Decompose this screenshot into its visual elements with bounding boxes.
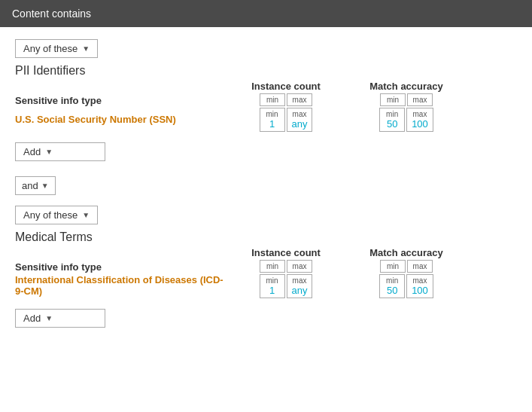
section1-row0-link[interactable]: U.S. Social Security Number (SSN) [15,114,176,125]
section2-row0-instance-boxes: min 1 max any [260,274,313,298]
section2-row0-accuracy-min-value: 50 [387,285,397,296]
section1-accuracy-header-boxes: min max [346,93,467,106]
section2-row0-link[interactable]: International Classification of Diseases… [15,274,223,297]
section1-instance-max-header-label: max [292,96,307,104]
section2-table-header: Sensitive info type Instance count min m… [15,247,517,273]
and-label: and [22,180,38,191]
content-contains-header: Content contains [0,0,532,27]
section2-add-dropdown[interactable]: Add ▼ [15,309,105,328]
section1-row0-accuracy-boxes: min 50 max 100 [379,108,433,132]
section1-add-arrow: ▼ [45,148,53,156]
section1-row0-instance: min 1 max any [226,106,346,132]
and-arrow: ▼ [41,182,49,190]
section1-accuracy-label: Match accuracy [346,81,467,92]
section2-row0-accuracy-min-label: min [385,276,400,285]
section2-instance-min-header-label: min [265,262,280,270]
section1-row0-sensitive: U.S. Social Security Number (SSN) [15,114,226,125]
section2-row0-instance-min-box[interactable]: min 1 [260,274,285,298]
and-operator-button[interactable]: and ▼ [15,176,56,195]
section1-instance-min-header-box: min [260,93,285,106]
section1-row-0: U.S. Social Security Number (SSN) min 1 … [15,106,517,132]
section1-row0-accuracy-max-label: max [412,110,428,118]
section2-any-of-label: Any of these [23,209,78,221]
section2-accuracy-header-boxes: min max [346,260,467,273]
section1-instance-col-header: Instance count min max [226,81,346,106]
section1-accuracy-max-header-box: max [407,93,433,106]
section1-row0-accuracy-max-value: 100 [412,118,428,130]
section2-title: Medical Terms [15,230,517,244]
section2-add-label: Add [23,313,41,324]
section2-accuracy-max-header-box: max [407,260,433,273]
section2-row0-accuracy: min 50 max 100 [346,273,467,298]
section1-accuracy-min-header-label: min [385,96,400,104]
section2-sensitive-label: Sensitive info type [15,261,102,273]
section1-sensitive-label: Sensitive info type [15,95,102,106]
section2-accuracy-col-header: Match accuracy min max [346,247,467,273]
section2-accuracy-min-header-box: min [380,260,406,273]
section1-sensitive-col-header: Sensitive info type [15,95,226,106]
section1-row0-instance-max-label: max [292,110,308,118]
section1-any-of-arrow: ▼ [82,44,90,53]
section2-accuracy-max-header-label: max [412,262,427,270]
section2-instance-min-header-box: min [260,260,285,273]
section2-add-arrow: ▼ [45,314,53,322]
section1-accuracy-col-header: Match accuracy min max [346,81,467,106]
section1-row0-accuracy-min-value: 50 [387,118,397,130]
section2-sensitive-col-header: Sensitive info type [15,261,226,273]
section1-title: PII Identifiers [15,64,517,78]
section1-add-label: Add [23,146,41,157]
section1-row0-instance-min-box[interactable]: min 1 [260,108,285,132]
section2-row-0: International Classification of Diseases… [15,273,517,298]
section2-instance-col-header: Instance count min max [226,247,346,273]
section2-instance-max-header-label: max [292,262,307,270]
section1-row0-instance-max-value: any [292,118,308,130]
section2-row0-accuracy-max-box[interactable]: max 100 [406,274,433,298]
section2-row0-instance-max-value: any [292,285,308,296]
section1-row0-accuracy-min-box[interactable]: min 50 [379,108,405,132]
section2-accuracy-label: Match accuracy [346,247,467,258]
section1-table-header: Sensitive info type Instance count min m… [15,81,517,106]
section2-row0-instance-max-box[interactable]: max any [287,274,313,298]
section2-row0-instance-max-label: max [292,276,308,285]
section1-row0-accuracy: min 50 max 100 [346,106,467,132]
section1-instance-max-header-box: max [287,93,312,106]
section2-instance-header-boxes: min max [226,260,346,273]
section2-block: Any of these ▼ Medical Terms Sensitive i… [15,206,517,328]
section1-row0-accuracy-min-label: min [385,110,400,118]
header-title: Content contains [12,8,91,20]
section1-instance-label: Instance count [226,81,346,92]
section2-any-of-arrow: ▼ [82,211,90,219]
section1-add-dropdown[interactable]: Add ▼ [15,142,105,161]
section2-row0-accuracy-boxes: min 50 max 100 [379,274,433,298]
section2-row0-accuracy-min-box[interactable]: min 50 [379,274,405,298]
content-area: Any of these ▼ PII Identifiers Sensitive… [0,27,532,347]
section1-row0-accuracy-max-box[interactable]: max 100 [406,108,433,132]
section1-instance-min-header-label: min [265,96,280,104]
section2-instance-max-header-box: max [287,260,312,273]
section1-instance-header-boxes: min max [226,93,346,106]
section1-block: Any of these ▼ PII Identifiers Sensitive… [15,39,517,161]
section1-row0-instance-min-label: min [265,110,280,118]
section1-accuracy-min-header-box: min [380,93,406,106]
section2-row0-accuracy-max-value: 100 [412,285,428,296]
section1-accuracy-max-header-label: max [412,96,427,104]
section2-row0-instance-min-value: 1 [269,285,275,296]
section1-row0-instance-max-box[interactable]: max any [287,108,313,132]
section2-row0-accuracy-max-label: max [412,276,428,285]
section2-instance-label: Instance count [226,247,346,258]
section1-row0-instance-min-value: 1 [269,118,275,130]
and-divider: and ▼ [15,169,517,203]
section2-row0-sensitive: International Classification of Diseases… [15,274,226,297]
section2-row0-instance: min 1 max any [226,273,346,298]
section2-row0-instance-min-label: min [265,276,280,285]
section1-row0-instance-boxes: min 1 max any [260,108,313,132]
section1-any-of-label: Any of these [23,43,78,54]
section2-accuracy-min-header-label: min [385,262,400,270]
section1-any-of-dropdown[interactable]: Any of these ▼ [15,39,98,58]
section2-any-of-dropdown[interactable]: Any of these ▼ [15,206,98,224]
